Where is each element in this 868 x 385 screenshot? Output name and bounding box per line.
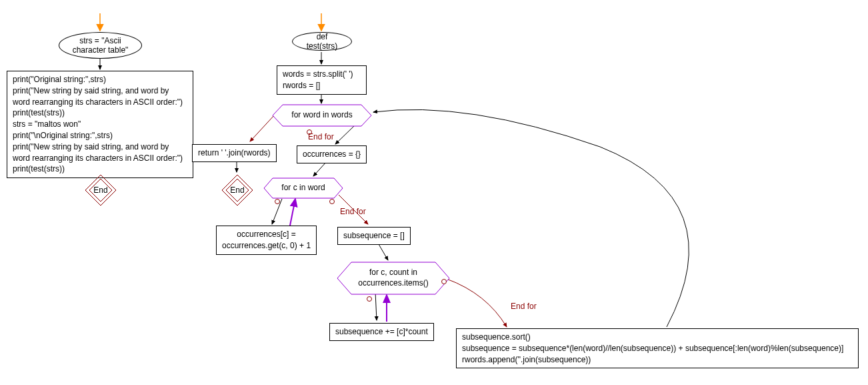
label-endfor-2: End for <box>340 207 366 216</box>
node-return-join: return ' '.join(rwords) <box>192 144 277 162</box>
label-endfor-1: End for <box>308 132 334 141</box>
label-endfor-3: End for <box>511 302 537 311</box>
loop-dot-c-right <box>329 199 335 204</box>
arrow-layer <box>0 0 868 385</box>
node-for-c: for c in word <box>263 177 343 199</box>
node-end-right: End <box>221 173 254 207</box>
svg-line-11 <box>290 199 295 226</box>
svg-line-6 <box>250 115 275 141</box>
node-occurrences-init: occurrences = {} <box>297 145 367 163</box>
end-label-left: End <box>93 185 107 195</box>
node-for-items: for c, count in occurrences.items() <box>337 262 450 295</box>
for-c-label: for c in word <box>268 183 338 194</box>
svg-line-13 <box>379 244 388 260</box>
for-items-label: for c, count in occurrences.items() <box>345 268 441 288</box>
node-subseq-init: subsequence = [] <box>337 227 411 245</box>
node-def-test: def test(strs) <box>292 32 352 51</box>
node-occ-update: occurrences[c] = occurrences.get(c, 0) +… <box>216 226 317 255</box>
svg-line-9 <box>313 161 327 176</box>
loop-dot-items-left <box>367 296 372 302</box>
for-words-label: for word in words <box>278 110 365 121</box>
node-subseq-append: subsequence += [c]*count <box>329 323 434 341</box>
node-end-left: End <box>84 173 117 207</box>
loop-dot-items-right <box>441 279 447 284</box>
end-label-right: End <box>230 185 244 195</box>
node-split: words = strs.split(' ') rwords = [] <box>277 65 367 95</box>
node-final-block: subsequence.sort() subsequence = subsequ… <box>456 328 859 368</box>
svg-line-14 <box>375 292 377 320</box>
node-left-print-block: print("Original string:",strs) print("Ne… <box>7 71 193 178</box>
node-for-words: for word in words <box>272 104 372 127</box>
node-strs-init: strs = "Ascii character table" <box>59 32 142 59</box>
svg-line-7 <box>335 125 355 144</box>
loop-dot-c-left <box>275 199 280 204</box>
